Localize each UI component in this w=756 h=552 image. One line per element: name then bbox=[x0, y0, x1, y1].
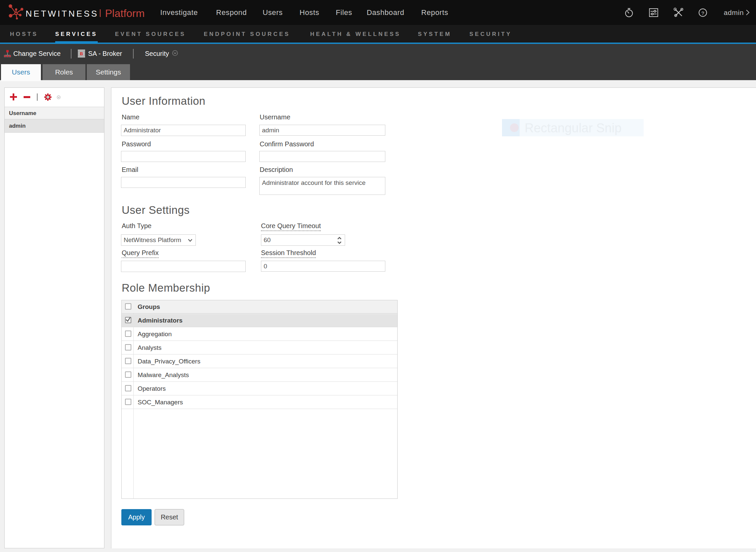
svg-text:B: B bbox=[80, 51, 83, 56]
svg-text:?: ? bbox=[702, 10, 704, 16]
